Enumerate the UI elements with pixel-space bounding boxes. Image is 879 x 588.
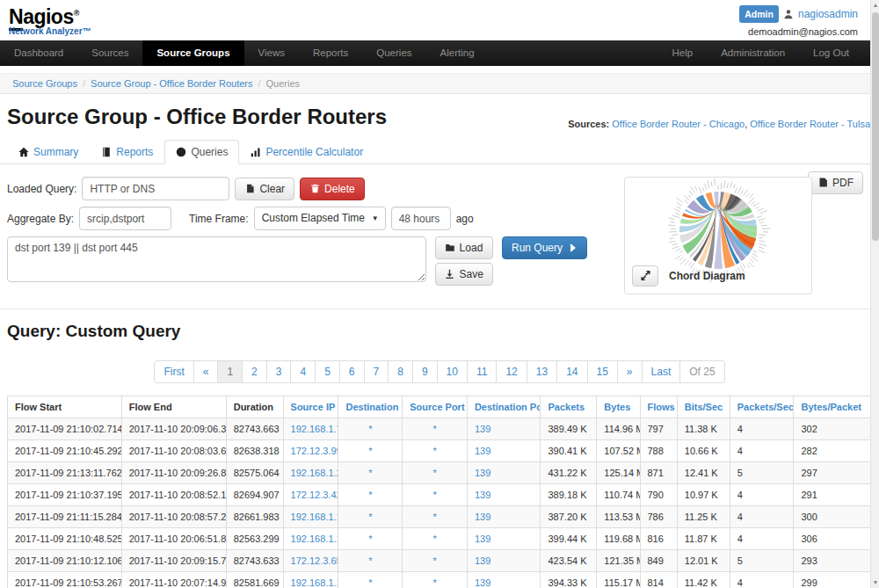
pagination-item-first[interactable]: First [154, 360, 193, 383]
cell-source-port[interactable]: * [403, 572, 468, 588]
scrollbar-up-arrow[interactable]: ▲ [871, 0, 879, 11]
window-scrollbar[interactable]: ▲ ▼ [870, 0, 879, 588]
cell-destination-port[interactable]: 139 [467, 462, 541, 484]
cell-source-port[interactable]: * [403, 528, 468, 550]
query-textarea[interactable]: dst port 139 || dst port 445 [7, 236, 426, 282]
pdf-button[interactable]: PDF [808, 171, 863, 194]
cell-packets: 389.18 K [541, 484, 597, 506]
expand-button[interactable] [632, 265, 658, 287]
pagination-item-7[interactable]: 7 [364, 360, 389, 383]
column-header-flows[interactable]: Flows [640, 396, 677, 418]
nav-item-dashboard[interactable]: Dashboard [0, 40, 77, 66]
delete-button[interactable]: Delete [300, 178, 365, 200]
pagination-item-13[interactable]: 13 [527, 360, 557, 383]
nav-item-administration[interactable]: Administration [707, 40, 799, 66]
cell-source-ip[interactable]: 192.168.1.228 [283, 462, 338, 484]
nav-item-sources[interactable]: Sources [77, 40, 142, 66]
cell-source-ip[interactable]: 192.168.1.75 [283, 418, 338, 440]
column-header-destination-port[interactable]: Destination Port [467, 396, 541, 418]
column-header-source-ip[interactable]: Source IP [283, 396, 338, 418]
cell-destination-ip[interactable]: * [338, 484, 403, 506]
cell-source-ip[interactable]: 172.12.3.99 [283, 440, 338, 462]
nav-item-queries[interactable]: Queries [362, 40, 425, 66]
pagination-item-3[interactable]: 3 [266, 360, 292, 383]
nav-item-reports[interactable]: Reports [299, 40, 362, 66]
pagination-item-[interactable]: » [617, 360, 643, 383]
save-button[interactable]: Save [435, 263, 493, 286]
column-header-destination-ip[interactable]: Destination IP [338, 396, 403, 418]
cell-source-port[interactable]: * [403, 550, 468, 572]
tab-queries[interactable]: Queries [164, 140, 239, 164]
tab-percentile-calculator[interactable]: Percentile Calculator [239, 140, 374, 164]
cell-destination-port[interactable]: 139 [467, 528, 541, 550]
cell-destination-ip[interactable]: * [338, 440, 403, 462]
cell-source-ip[interactable]: 192.168.1.18 [283, 572, 338, 588]
column-header-packets-sec[interactable]: Packets/Sec [730, 396, 794, 418]
source-link-tulsa[interactable]: Office Border Router - Tulsa [750, 119, 870, 129]
column-header-bytes[interactable]: Bytes [597, 396, 640, 418]
column-header-source-port[interactable]: Source Port [403, 396, 468, 418]
cell-source-ip[interactable]: 192.168.1.129 [283, 506, 338, 528]
cell-source-ip[interactable]: 192.168.1.119 [283, 528, 338, 550]
pagination-item-12[interactable]: 12 [496, 360, 527, 383]
cell-destination-ip[interactable]: * [338, 572, 403, 588]
scrollbar-down-arrow[interactable]: ▼ [871, 577, 879, 588]
cell-source-port[interactable]: * [403, 484, 468, 506]
load-button[interactable]: Load [435, 236, 493, 259]
cell-destination-ip[interactable]: * [338, 550, 403, 572]
breadcrumb-link-source-groups[interactable]: Source Groups [12, 78, 77, 89]
tab-summary[interactable]: Summary [7, 140, 90, 164]
cell-source-port[interactable]: * [403, 462, 468, 484]
pagination-item-15[interactable]: 15 [587, 360, 618, 383]
cell-destination-port[interactable]: 139 [467, 550, 541, 572]
pagination-item-10[interactable]: 10 [437, 360, 468, 383]
clear-button[interactable]: Clear [235, 178, 294, 200]
nav-item-help[interactable]: Help [658, 40, 708, 66]
pagination-item-4[interactable]: 4 [290, 360, 316, 383]
pagination-item-[interactable]: « [193, 360, 219, 383]
cell-destination-ip[interactable]: * [338, 462, 403, 484]
pagination-item-6[interactable]: 6 [339, 360, 365, 383]
cell-destination-port[interactable]: 139 [467, 418, 541, 440]
cell-source-port[interactable]: * [403, 506, 468, 528]
username-link[interactable]: nagiosadmin [798, 7, 858, 21]
pagination-item-14[interactable]: 14 [556, 360, 587, 383]
cell-destination-port[interactable]: 139 [467, 440, 541, 462]
cell-source-port[interactable]: * [403, 418, 468, 440]
column-header-packets[interactable]: Packets [541, 396, 597, 418]
pagination-item-8[interactable]: 8 [388, 360, 413, 383]
nav-item-log-out[interactable]: Log Out [799, 40, 863, 66]
cell-destination-ip[interactable]: * [338, 418, 403, 440]
breadcrumb-link-source-group[interactable]: Source Group - Office Border Routers [91, 78, 252, 89]
cell-destination-ip[interactable]: * [338, 506, 403, 528]
cell-source-ip[interactable]: 172.12.3.42 [283, 484, 338, 506]
cell-destination-port[interactable]: 139 [467, 572, 541, 588]
cell-bytes-packet: 291 [794, 484, 872, 506]
pagination-item-11[interactable]: 11 [467, 360, 497, 383]
source-link-chicago[interactable]: Office Border Router - Chicago [612, 119, 745, 129]
cell-destination-port[interactable]: 139 [467, 506, 541, 528]
nagios-logo[interactable]: Nagios® Network Analyzer™ [9, 4, 858, 36]
nav-item-views[interactable]: Views [244, 40, 299, 66]
pagination-item-1[interactable]: 1 [217, 360, 243, 383]
pagination-item-last[interactable]: Last [642, 360, 681, 383]
column-header-bits-sec[interactable]: Bits/Sec [677, 396, 730, 418]
cell-destination-port[interactable]: 139 [467, 484, 541, 506]
cell-destination-ip[interactable]: * [338, 528, 403, 550]
pagination-item-5[interactable]: 5 [315, 360, 340, 383]
nav-item-alerting[interactable]: Alerting [426, 40, 489, 66]
tab-reports[interactable]: Reports [90, 140, 164, 164]
column-header-bytes-packet[interactable]: Bytes/Packet [794, 396, 872, 418]
cell-source-ip[interactable]: 172.12.3.65 [283, 550, 338, 572]
pagination-item-2[interactable]: 2 [242, 360, 267, 383]
aggregate-input[interactable] [79, 207, 171, 230]
time-amount-input[interactable] [391, 207, 451, 230]
cell-source-port[interactable]: * [403, 440, 468, 462]
run-query-button[interactable]: Run Query [502, 236, 587, 259]
scrollbar-thumb[interactable] [872, 12, 879, 241]
pagination-item-9[interactable]: 9 [412, 360, 438, 383]
timeframe-select[interactable]: Custom Elapsed Time ▼ [254, 207, 386, 230]
loaded-query-input[interactable] [82, 177, 229, 200]
nav-item-source-groups[interactable]: Source Groups [142, 40, 243, 66]
column-header-duration: Duration [226, 396, 283, 418]
